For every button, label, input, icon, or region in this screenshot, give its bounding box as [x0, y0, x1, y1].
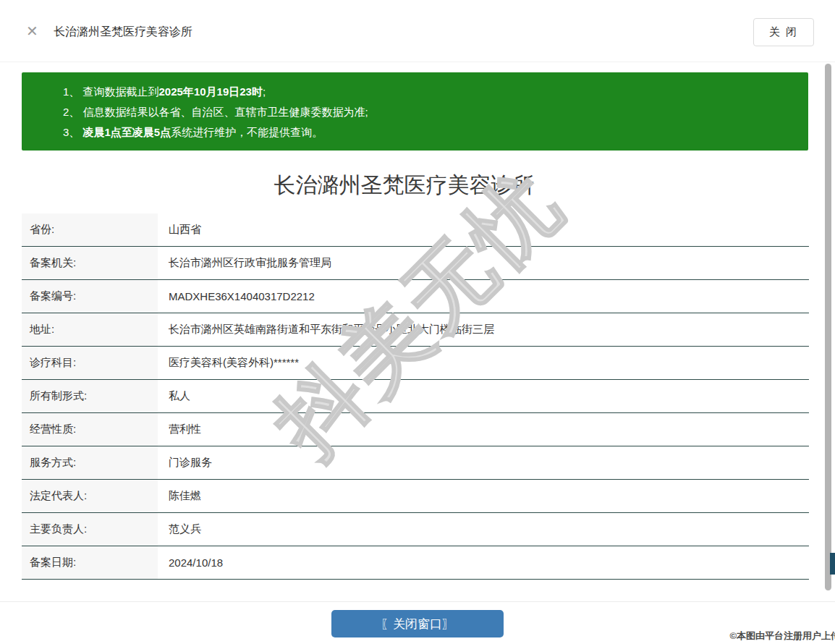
table-row-treatment-subjects: 诊疗科目: 医疗美容科(美容外科)******: [22, 347, 809, 380]
field-value: 门诊服务: [158, 446, 809, 479]
table-row-service-mode: 服务方式: 门诊服务: [22, 446, 809, 480]
field-label: 主要负责人:: [22, 513, 158, 546]
table-row-record-authority: 备案机关: 长治市潞州区行政审批服务管理局: [22, 247, 809, 280]
clinic-title: 长治潞州圣梵医疗美容诊所: [0, 171, 808, 200]
table-row-legal-representative: 法定代表人: 陈佳燃: [22, 480, 809, 513]
table-row-ownership: 所有制形式: 私人: [22, 380, 809, 413]
scrollbar[interactable]: [825, 64, 831, 590]
field-value: 陈佳燃: [158, 480, 809, 512]
field-label: 法定代表人:: [22, 480, 158, 512]
field-value: 范义兵: [158, 513, 809, 546]
close-window-button[interactable]: 〖关闭窗口〗: [331, 610, 504, 637]
notice-line: 3、 凌晨1点至凌晨5点系统进行维护，不能提供查询。: [63, 122, 801, 143]
field-value: MADXHE36X14040317D2212: [158, 280, 809, 313]
header: ✕ 长治潞州圣梵医疗美容诊所 关 闭: [0, 0, 835, 62]
field-label: 服务方式:: [22, 446, 158, 479]
notice-banner: 1、 查询数据截止到2025年10月19日23时; 2、 信息数据结果以各省、自…: [22, 72, 808, 151]
field-value: 山西省: [158, 213, 809, 246]
table-row-record-number: 备案编号: MADXHE36X14040317D2212: [22, 280, 809, 313]
copyright-watermark: ©本图由平台注册用户上传: [729, 630, 835, 643]
table-row-business-nature: 经营性质: 营利性: [22, 413, 809, 446]
table-row-main-person-in-charge: 主要负责人: 范义兵: [22, 513, 809, 546]
close-icon[interactable]: ✕: [26, 23, 38, 39]
field-label: 地址:: [22, 313, 158, 346]
notice-text: 3、: [63, 126, 83, 138]
notice-text-bold: 凌晨1点至凌晨5点: [83, 126, 171, 138]
table-row-address: 地址: 长治市潞州区英雄南路街道和平东街和平壹号小区北大门楼临街三层: [22, 313, 809, 347]
table-row-province: 省份: 山西省: [22, 213, 809, 247]
field-value: 长治市潞州区英雄南路街道和平东街和平壹号小区北大门楼临街三层: [158, 313, 809, 346]
notice-text-bold: 2025年10月19日23时: [159, 85, 263, 98]
close-button[interactable]: 关 闭: [753, 18, 814, 46]
field-value: 长治市潞州区行政审批服务管理局: [158, 247, 809, 279]
field-label: 省份:: [22, 213, 158, 246]
info-table: 省份: 山西省 备案机关: 长治市潞州区行政审批服务管理局 备案编号: MADX…: [22, 213, 809, 580]
field-value: 2024/10/18: [158, 546, 809, 579]
page-title: 长治潞州圣梵医疗美容诊所: [54, 25, 192, 40]
footer-divider: [0, 601, 835, 602]
notice-line: 2、 信息数据结果以各省、自治区、直辖市卫生健康委数据为准;: [63, 102, 801, 122]
notice-text: 系统进行维护，不能提供查询。: [171, 126, 323, 138]
field-label: 备案编号:: [22, 280, 158, 313]
field-value: 医疗美容科(美容外科)******: [158, 347, 809, 379]
notice-text: ;: [263, 85, 266, 98]
notice-text: 1、 查询数据截止到: [63, 85, 159, 98]
field-label: 经营性质:: [22, 413, 158, 446]
field-value: 营利性: [158, 413, 809, 446]
notice-text: 2、 信息数据结果以各省、自治区、直辖市卫生健康委数据为准;: [63, 106, 368, 118]
field-label: 备案日期:: [22, 546, 158, 579]
field-label: 备案机关:: [22, 247, 158, 279]
field-label: 所有制形式:: [22, 380, 158, 412]
notice-line: 1、 查询数据截止到2025年10月19日23时;: [63, 82, 801, 102]
table-row-record-date: 备案日期: 2024/10/18: [22, 546, 809, 580]
field-value: 私人: [158, 380, 809, 412]
side-widget[interactable]: [830, 553, 835, 575]
field-label: 诊疗科目:: [22, 347, 158, 379]
